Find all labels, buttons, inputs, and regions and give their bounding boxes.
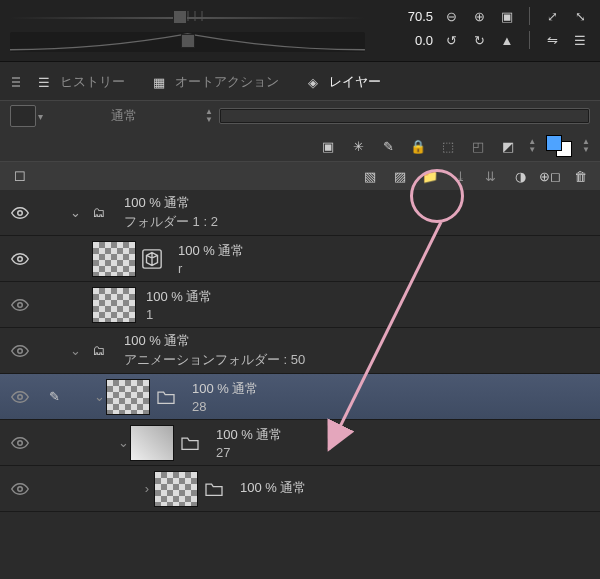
- ruler-toggle-icon[interactable]: ◩: [498, 136, 518, 156]
- palette-color-chevron[interactable]: ▾: [38, 111, 43, 122]
- zoom-in-icon[interactable]: ⊕: [469, 6, 489, 26]
- folder-thumbnail-icon: 🗂: [82, 339, 114, 363]
- cube-3d-icon: [136, 247, 168, 271]
- layer-color-swatch[interactable]: [546, 135, 572, 157]
- layer-name-label[interactable]: r: [178, 261, 244, 276]
- apply-mask-icon[interactable]: ⊕◻: [540, 166, 560, 186]
- history-icon: ☰: [34, 72, 54, 92]
- visibility-toggle[interactable]: [0, 434, 40, 452]
- rotate-cw-icon[interactable]: ↻: [469, 30, 489, 50]
- layer-row[interactable]: ⌄100 % 通常27: [0, 420, 600, 466]
- layer-label-block: 100 % 通常フォルダー 1 : 2: [124, 194, 218, 231]
- lock-row: ▣ ✳ ✎ 🔒 ⬚ ◰ ◩ ▲▼ ▲▼: [0, 131, 600, 161]
- layer-actions-row: ☐ ▧ ▨ 📁 ⤓ ⇊ ◑ ⊕◻ 🗑: [0, 161, 600, 190]
- svg-point-5: [18, 394, 23, 399]
- layers-icon: ◈: [303, 72, 323, 92]
- rotation-slider[interactable]: [10, 32, 365, 50]
- layer-label-block: 100 % 通常28: [192, 380, 258, 414]
- blend-mode-label: 通常: [111, 108, 137, 123]
- visibility-toggle[interactable]: [0, 204, 40, 222]
- new-vector-layer-icon[interactable]: ▨: [390, 166, 410, 186]
- nav-readouts: 70.5 ⊖ ⊕ ▣ ⤢ ⤡ 0.0 ↺ ↻ ▲ ⇋ ☰: [375, 0, 600, 61]
- blend-mode-select[interactable]: 通常: [49, 107, 199, 125]
- tab-layer[interactable]: ◈ レイヤー: [293, 68, 391, 96]
- layer-row[interactable]: ✎⌄100 % 通常28: [0, 374, 600, 420]
- layer-name-label[interactable]: 1: [146, 307, 212, 322]
- ruler-stepper[interactable]: ▲▼: [528, 138, 536, 154]
- rotate-ccw-icon[interactable]: ↺: [441, 30, 461, 50]
- svg-point-0: [18, 210, 23, 215]
- layer-row[interactable]: 100 % 通常r: [0, 236, 600, 282]
- opacity-slider[interactable]: [219, 108, 590, 124]
- navigator-header: 70.5 ⊖ ⊕ ▣ ⤢ ⤡ 0.0 ↺ ↻ ▲ ⇋ ☰: [0, 0, 600, 62]
- layer-thumbnail[interactable]: [92, 241, 136, 277]
- layer-thumbnail[interactable]: [106, 379, 150, 415]
- visibility-toggle[interactable]: [0, 480, 40, 498]
- autoaction-icon: ▦: [149, 72, 169, 92]
- folder-icon: [198, 477, 230, 501]
- disclosure-chevron[interactable]: ⌄: [116, 435, 130, 450]
- palette-color-button[interactable]: [10, 105, 36, 127]
- blend-row: ▾ 通常 ▲▼: [0, 100, 600, 131]
- layer-row[interactable]: ⌄🗂100 % 通常フォルダー 1 : 2: [0, 190, 600, 236]
- zoom-out-icon[interactable]: ⊖: [441, 6, 461, 26]
- draft-layer-icon[interactable]: ✎: [378, 136, 398, 156]
- lock-icon[interactable]: 🔒: [408, 136, 428, 156]
- layer-thumbnail[interactable]: [92, 287, 136, 323]
- blend-mode-stepper[interactable]: ▲▼: [205, 108, 213, 124]
- tab-autoaction[interactable]: ▦ オートアクション: [139, 68, 289, 96]
- zoom-value: 70.5: [408, 9, 433, 24]
- disclosure-chevron[interactable]: ›: [140, 481, 154, 496]
- visibility-toggle[interactable]: [0, 296, 40, 314]
- reset-rotation-icon[interactable]: ▲: [497, 30, 517, 50]
- frame-border-icon: ◰: [468, 136, 488, 156]
- layer-mask-icon[interactable]: ◑: [510, 166, 530, 186]
- folder-icon: [150, 385, 182, 409]
- disclosure-chevron[interactable]: ⌄: [68, 205, 82, 220]
- flip-horizontal-icon[interactable]: ⇋: [542, 30, 562, 50]
- svg-point-7: [18, 486, 23, 491]
- layer-row[interactable]: 100 % 通常1: [0, 282, 600, 328]
- zoom-slider[interactable]: [10, 8, 365, 26]
- layer-list: ⌄🗂100 % 通常フォルダー 1 : 2100 % 通常r100 % 通常1⌄…: [0, 190, 600, 512]
- actual-size-icon[interactable]: ⤡: [570, 6, 590, 26]
- panel-grip[interactable]: [6, 77, 20, 87]
- tab-history[interactable]: ☰ ヒストリー: [24, 68, 135, 96]
- visibility-toggle[interactable]: [0, 342, 40, 360]
- layer-name-label[interactable]: アニメーションフォルダー : 50: [124, 351, 305, 369]
- svg-point-6: [18, 440, 23, 445]
- tab-layer-label: レイヤー: [329, 73, 381, 91]
- tab-autoaction-label: オートアクション: [175, 73, 279, 91]
- color-stepper[interactable]: ▲▼: [582, 138, 590, 154]
- layer-label-block: 100 % 通常r: [178, 242, 244, 276]
- reference-layer-icon[interactable]: ✳: [348, 136, 368, 156]
- layer-name-label[interactable]: 28: [192, 399, 258, 414]
- fit-screen-icon[interactable]: ▣: [497, 6, 517, 26]
- slider-block: [0, 0, 375, 61]
- delete-layer-icon[interactable]: 🗑: [570, 166, 590, 186]
- visibility-toggle[interactable]: [0, 250, 40, 268]
- layer-label-block: 100 % 通常: [240, 479, 306, 498]
- layer-opacity-label: 100 % 通常: [240, 479, 306, 497]
- layer-name-label[interactable]: フォルダー 1 : 2: [124, 213, 218, 231]
- disclosure-chevron[interactable]: ⌄: [92, 389, 106, 404]
- layer-label-block: 100 % 通常27: [216, 426, 282, 460]
- new-raster-layer-icon[interactable]: ▧: [360, 166, 380, 186]
- layer-row[interactable]: ›100 % 通常: [0, 466, 600, 512]
- layer-thumbnail[interactable]: [130, 425, 174, 461]
- panel-display-icon[interactable]: ☐: [10, 166, 30, 186]
- fit-window-icon[interactable]: ⤢: [542, 6, 562, 26]
- clip-mask-icon[interactable]: ▣: [318, 136, 338, 156]
- layer-opacity-label: 100 % 通常: [216, 426, 282, 444]
- panel-menu-icon[interactable]: ☰: [570, 30, 590, 50]
- new-folder-icon[interactable]: 📁: [420, 166, 440, 186]
- layer-row[interactable]: ⌄🗂100 % 通常アニメーションフォルダー : 50: [0, 328, 600, 374]
- layer-name-label[interactable]: 27: [216, 445, 282, 460]
- visibility-toggle[interactable]: [0, 388, 40, 406]
- svg-point-1: [18, 256, 23, 261]
- extract-line-icon: ⬚: [438, 136, 458, 156]
- layer-thumbnail[interactable]: [154, 471, 198, 507]
- merge-down-icon: ⇊: [480, 166, 500, 186]
- disclosure-chevron[interactable]: ⌄: [68, 343, 82, 358]
- folder-icon: [174, 431, 206, 455]
